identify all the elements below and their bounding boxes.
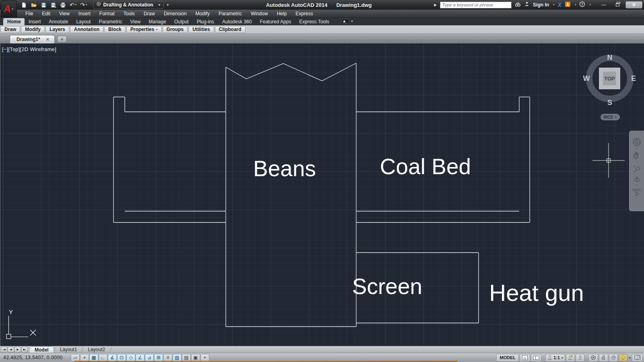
layout-tab[interactable]: Layout2 [83,346,110,353]
statusbar-menu-chevron-icon[interactable]: ▼ [628,356,631,359]
last-tab-button[interactable]: ▶| [21,347,28,352]
drawing-text-beans[interactable]: Beans [253,156,316,181]
status-toggle-dynamic-input[interactable]: ⊞ [154,354,163,362]
status-toggle-quick-properties[interactable]: ▤ [182,354,191,362]
ribbon-tab-featured-apps[interactable]: Featured Apps [256,18,295,25]
qat-button-save-as[interactable] [50,2,56,8]
autocad-logo-menu-button[interactable]: A ▼ [1,0,17,17]
qat-button-save[interactable] [41,2,47,8]
workspace-switcher[interactable]: Drafting & Annotation ▼ [93,1,164,9]
file-tab-drawing1[interactable]: Drawing1* ✕ [10,35,55,43]
lock-ui-button[interactable] [599,354,608,362]
ribbon-tab-parametric[interactable]: Parametric [95,18,126,25]
quick-view-layouts-button[interactable] [531,354,541,362]
navbar-tool-pan[interactable] [632,151,642,164]
wcs-selector[interactable]: WCS ▼ [601,114,620,120]
isolate-objects-button[interactable] [619,354,627,362]
help-chevron-icon[interactable]: ▾ [589,3,591,6]
layout-tab[interactable]: Layout1 [55,346,83,353]
status-toggle-dynamic-ucs[interactable]: ⊿ [145,354,154,362]
status-toggle-infer-constraints[interactable]: ▱ [71,354,80,362]
ribbon-panel-block[interactable]: Block » [104,26,126,33]
qat-customize-chevron-icon[interactable]: ▼ [166,3,169,7]
ribbon-tab-view[interactable]: View [126,18,144,25]
minimize-button[interactable]: — [598,1,609,8]
ribbon-tab-manage[interactable]: Manage [144,18,170,25]
ribbon-tab-layout[interactable]: Layout [72,18,95,25]
sign-in-chevron-icon[interactable]: ▾ [553,3,555,6]
ribbon-tab-plug-ins[interactable]: Plug-ins [193,18,218,25]
exchange-apps-icon[interactable]: X [558,1,561,8]
navbar-tool-orbit[interactable] [632,174,642,187]
annotation-scale-button[interactable]: 1:1 ▼ [545,354,565,362]
layout-tab[interactable]: Model [29,346,54,353]
menu-item-dimension[interactable]: Dimension [159,10,191,17]
status-toggle-transparency[interactable]: ▨ [173,354,182,362]
status-toggle-selection-cycling[interactable]: ▣ [191,354,200,362]
next-tab-button[interactable]: ▶ [14,347,21,352]
autodesk-360-icon[interactable] [565,1,571,9]
navbar-tool-full-navigation-wheel[interactable] [632,137,642,150]
navbar-tool-showmotion[interactable] [632,187,642,197]
drawing-canvas[interactable]: [−][Top][2D Wireframe] BeansCoal BedScre… [0,43,644,346]
qat-button-redo[interactable]: ↷▾ [80,2,87,8]
ribbon-panel-annotation[interactable]: Annotation » [70,26,103,33]
drawing-text-coal-bed[interactable]: Coal Bed [380,154,471,179]
search-binoculars-icon[interactable] [515,1,521,9]
status-toggle-annotation-monitor[interactable]: + [200,354,209,362]
status-toggle-3d-object-snap[interactable]: ◇ [126,354,135,362]
navbar-close-icon[interactable]: ✕ [640,132,643,135]
help-icon[interactable]: ? [579,1,585,9]
ribbon-panel-utilities[interactable]: Utilities » [188,26,214,33]
a360-chevron-icon[interactable]: ▾ [575,3,576,6]
ribbon-tab-home[interactable]: Home [3,18,25,25]
infocenter-collapse-icon[interactable]: ▶ [434,3,437,7]
ribbon-tab-express-tools[interactable]: Express Tools [295,18,333,25]
viewcube[interactable]: TOP N S W E [580,51,640,115]
ribbon-panel-clipboard[interactable]: Clipboard » [215,26,246,33]
menu-item-draw[interactable]: Draw [139,10,159,17]
qat-button-plot[interactable] [60,2,66,8]
annotation-visibility-button[interactable] [566,354,575,362]
ribbon-tab-output[interactable]: Output [170,18,193,25]
new-tab-button[interactable]: + [57,36,67,43]
navbar-tool-zoom[interactable] [632,164,642,174]
menu-item-help[interactable]: Help [272,10,291,17]
status-toggle-object-snap-tracking[interactable]: ∠ [136,354,144,362]
status-toggle-snap-mode[interactable]: ⌖ [80,354,89,362]
layout-button[interactable] [520,354,530,362]
clean-screen-button[interactable] [632,354,643,362]
menu-item-view[interactable]: View [55,10,74,17]
ribbon-minimize-toggle[interactable]: ▼ [341,19,353,23]
workspace-switching-button[interactable] [588,354,598,362]
menu-item-parametric[interactable]: Parametric [214,10,246,17]
ribbon-tab-insert[interactable]: Insert [25,18,45,25]
ribbon-panel-draw[interactable]: Draw » [0,26,20,33]
ribbon-panel-modify[interactable]: Modify » [21,26,45,33]
menu-item-window[interactable]: Window [246,10,272,17]
qat-button-new-drawing[interactable] [21,2,27,8]
status-toggle-lineweight[interactable]: ≡ [163,354,172,362]
drawing-polyline[interactable] [226,63,356,81]
qat-button-undo[interactable]: ↶▾ [70,2,76,8]
menu-item-file[interactable]: File [21,10,37,17]
menu-item-insert[interactable]: Insert [74,10,95,17]
search-input[interactable] [440,2,512,8]
restore-button[interactable] [612,1,623,8]
ribbon-panel-properties[interactable]: Properties » [126,26,162,33]
ribbon-tab-autodesk-360[interactable]: Autodesk 360 [218,18,256,25]
status-toggle-polar-tracking[interactable]: ∡ [108,354,117,362]
drawing-text-heat-gun[interactable]: Heat gun [489,280,584,306]
status-toggle-grid-display[interactable]: ▦ [89,354,98,362]
ribbon-tab-annotate[interactable]: Annotate [45,18,72,25]
ribbon-panel-groups[interactable]: Groups » [163,26,188,33]
menu-item-express[interactable]: Express [291,10,317,17]
model-space-button[interactable]: MODEL [496,354,519,362]
prev-tab-button[interactable]: ◀ [8,347,14,352]
menu-item-tools[interactable]: Tools [119,10,139,17]
file-tab-close-icon[interactable]: ✕ [46,37,50,42]
status-toggle-ortho-mode[interactable]: ∟ [99,354,107,362]
close-button[interactable]: ✕ [625,1,642,8]
menu-item-edit[interactable]: Edit [37,10,55,17]
sign-in-button[interactable]: Sign In [533,2,549,8]
